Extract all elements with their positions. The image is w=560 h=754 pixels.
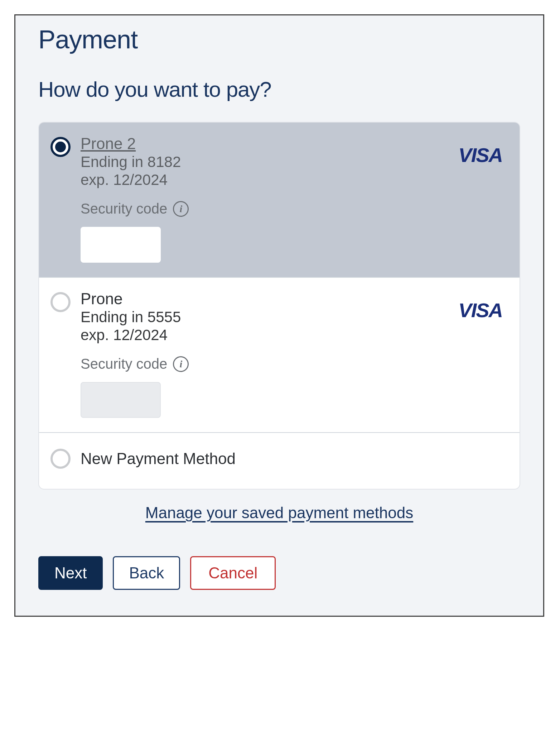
security-code-label: Security code i — [81, 201, 189, 217]
payment-method-name[interactable]: Prone 2 — [81, 135, 458, 153]
payment-method-body: Prone 2 Ending in 8182 exp. 12/2024 VISA… — [81, 135, 506, 263]
security-code-input[interactable] — [81, 382, 161, 418]
payment-method-option[interactable]: Prone Ending in 5555 exp. 12/2024 VISA S… — [39, 278, 520, 433]
security-code-section: Security code i — [81, 356, 506, 418]
cancel-button[interactable]: Cancel — [190, 556, 276, 590]
visa-logo-icon: VISA — [458, 143, 502, 167]
action-buttons: Next Back Cancel — [38, 556, 520, 590]
payment-method-option[interactable]: Prone 2 Ending in 8182 exp. 12/2024 VISA… — [39, 123, 520, 278]
manage-methods-row: Manage your saved payment methods — [38, 504, 520, 522]
payment-method-ending: Ending in 8182 — [81, 153, 458, 171]
manage-payment-methods-link[interactable]: Manage your saved payment methods — [145, 504, 413, 521]
radio-selected-icon[interactable] — [50, 137, 71, 157]
security-code-input[interactable] — [81, 227, 161, 263]
payment-method-labels: Prone 2 Ending in 8182 exp. 12/2024 — [81, 135, 458, 188]
page-subtitle: How do you want to pay? — [38, 77, 520, 102]
new-payment-method-label: New Payment Method — [81, 450, 236, 468]
back-button[interactable]: Back — [113, 556, 180, 590]
next-button[interactable]: Next — [38, 556, 103, 590]
payment-method-header: Prone Ending in 5555 exp. 12/2024 VISA — [81, 290, 506, 344]
payment-method-name: Prone — [81, 290, 458, 308]
radio-unselected-icon[interactable] — [50, 292, 71, 312]
payment-method-expiry: exp. 12/2024 — [81, 171, 458, 188]
visa-logo-icon: VISA — [458, 299, 502, 322]
new-payment-method-option[interactable]: New Payment Method — [39, 433, 520, 489]
info-icon[interactable]: i — [173, 201, 189, 217]
security-code-section: Security code i — [81, 201, 506, 263]
radio-unselected-icon[interactable] — [50, 449, 71, 469]
payment-method-labels: Prone Ending in 5555 exp. 12/2024 — [81, 290, 458, 344]
security-code-label: Security code i — [81, 356, 189, 372]
payment-panel: Payment How do you want to pay? Prone 2 … — [14, 14, 544, 617]
payment-method-list: Prone 2 Ending in 8182 exp. 12/2024 VISA… — [38, 122, 520, 490]
info-icon[interactable]: i — [173, 356, 189, 372]
payment-method-ending: Ending in 5555 — [81, 309, 458, 326]
payment-method-header: Prone 2 Ending in 8182 exp. 12/2024 VISA — [81, 135, 506, 188]
payment-method-body: Prone Ending in 5555 exp. 12/2024 VISA S… — [81, 290, 506, 418]
security-code-text: Security code — [81, 356, 167, 372]
security-code-text: Security code — [81, 201, 167, 217]
payment-method-expiry: exp. 12/2024 — [81, 326, 458, 344]
page-title: Payment — [38, 25, 520, 54]
